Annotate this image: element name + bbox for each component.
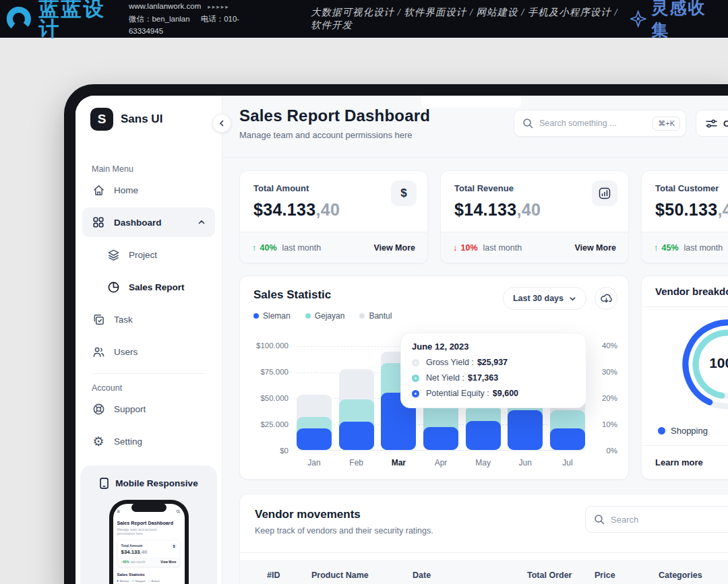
banner-logo-text: 蓝蓝设计 (39, 0, 119, 39)
banner-services: 大数据可视化设计 / 软件界面设计 / 网站建设 / 手机及小程序设计 / 软件… (311, 6, 630, 32)
legend-dot (658, 427, 665, 434)
lanlan-logo: 蓝蓝设计 (0, 0, 119, 39)
phone-chart-legend: Sleman Gejayan Bantul (117, 579, 180, 583)
ring-icon (412, 375, 419, 382)
sidebar-item-label: Task (114, 315, 133, 325)
column-header[interactable]: Product Name (311, 571, 413, 580)
grid-icon (92, 216, 105, 228)
banner-website: www.lanlanwork.com (129, 2, 201, 10)
stat-label: Total Amount (253, 183, 414, 193)
search-icon (594, 514, 605, 525)
account-label: Account (92, 383, 222, 393)
tooltip-row: Net Yield :$17,363 (412, 373, 575, 383)
search-icon (522, 118, 533, 129)
phone-stat-card: Total Amount $34.133,40 $ ↑40% last mont… (117, 540, 180, 567)
chevron-up-icon (198, 218, 206, 226)
download-button[interactable] (595, 287, 617, 310)
table-header-row: #ID Product Name Date Total Order Price … (240, 560, 728, 584)
stat-footer: ↓ 10% last month View More (441, 232, 628, 263)
date-range-dropdown[interactable]: Last 30 days (503, 287, 586, 310)
brand-logo-icon: S (90, 108, 113, 131)
sales-statistic-title: Sales Statistic (253, 288, 331, 302)
arrow-up-icon: ↑ (252, 242, 257, 253)
device-screen: S Sans UI Main Menu Home Dashboard (75, 96, 728, 584)
bar-sleman (550, 428, 585, 450)
x-axis-label: Jul (550, 458, 585, 467)
phone-screen: ≡ Sales Report Dashboard Manage team and… (113, 504, 185, 584)
x-axis-line (297, 450, 585, 451)
page-header: Sales Report Dashboard Manage team and a… (239, 106, 430, 140)
ring-icon (412, 390, 419, 397)
mobile-card-title: Mobile Responsive (115, 478, 198, 488)
stat-card-total-revenue: Total Revenue $14.133,40 ↓ 10% last mont… (440, 170, 629, 263)
search-placeholder: Search something ... (539, 119, 646, 128)
tooltip-row: Gross Yield :$25,937 (412, 358, 575, 367)
promo-banner: 蓝蓝设计 www.lanlanwork.com▸▸▸▸▸ 微信：ben_lanl… (0, 0, 728, 38)
learn-more-link[interactable]: Learn more (655, 457, 703, 467)
phone-page-subtitle: Manage team and account permissions here (117, 527, 161, 536)
stat-label: Total Customer (655, 183, 728, 193)
table-search-input[interactable]: Search (585, 506, 728, 533)
sidebar-item-sales-report[interactable]: Sales Report (75, 271, 222, 303)
search-icon (176, 509, 180, 513)
vendor-breakdown-footer: Learn more (642, 445, 728, 479)
stat-footer: ↑ 45% last month View More (642, 232, 728, 263)
inspiration-collect[interactable]: 灵感收集 (630, 0, 728, 41)
bar-sleman (297, 428, 332, 450)
chevron-left-icon (218, 119, 226, 127)
vendor-breakdown-legend: Shopping (658, 426, 728, 436)
stat-value: $14.133,40 (454, 200, 615, 220)
keyboard-shortcut-badge: ⌘+K (653, 117, 680, 131)
global-search-input[interactable]: Search something ... ⌘+K (514, 110, 686, 137)
collect-label: 灵感收集 (652, 0, 717, 41)
sidebar-item-setting[interactable]: ⚙ Setting (75, 425, 222, 457)
column-header[interactable]: Total Order (527, 571, 595, 580)
bar-chart-icon (592, 181, 617, 206)
y-axis-right: 40%30%20%10%0% (590, 342, 617, 455)
page-subtitle: Manage team and account permissions here (239, 130, 430, 140)
pie-chart-icon (107, 281, 120, 294)
legend-dot (305, 313, 311, 319)
layers-icon (107, 249, 120, 261)
stat-footer: ↑ 40% last month View More (240, 232, 427, 263)
users-icon (92, 346, 105, 358)
column-header[interactable]: Categories (659, 571, 728, 580)
view-more-link[interactable]: View More (574, 243, 616, 253)
sidebar-item-label: Support (114, 404, 146, 414)
bar-group-feb[interactable] (339, 346, 374, 450)
view-more-link[interactable]: View More (373, 243, 415, 253)
bar-sleman (466, 421, 501, 450)
stat-card-total-amount: Total Amount $34.133,40 $ ↑ 40% last mon… (239, 170, 428, 263)
column-header[interactable]: Date (413, 571, 527, 580)
sidebar-collapse-button[interactable] (212, 114, 231, 133)
column-header[interactable]: Price (595, 571, 659, 580)
customize-button[interactable]: Customize (696, 110, 728, 137)
sidebar-item-project[interactable]: Project (75, 238, 222, 271)
main-content: Sales Report Dashboard Manage team and a… (222, 96, 728, 584)
sidebar-item-task[interactable]: Task (75, 303, 222, 335)
bar-group-jan[interactable] (297, 346, 332, 450)
sidebar-item-users[interactable]: Users (75, 335, 222, 368)
customize-label: Customize (723, 119, 728, 129)
column-header[interactable]: #ID (267, 571, 311, 580)
lifebuoy-icon (92, 403, 105, 416)
sidebar-item-label: Setting (114, 436, 142, 447)
arrow-down-icon: ↓ (453, 242, 458, 253)
bar-sleman (508, 410, 543, 450)
vendor-breakdown-title: Vendor breakdown (642, 276, 728, 307)
sparkle-icon (630, 10, 646, 28)
stat-card-total-customer: Total Customer $50.133,40 ↑ 45% last mon… (641, 170, 728, 263)
sidebar-item-dashboard[interactable]: Dashboard (82, 207, 215, 237)
x-axis-label: Jan (297, 458, 332, 467)
tooltip-date: June 12, 2023 (412, 342, 575, 352)
mobile-card-header: Mobile Responsive (80, 478, 217, 489)
stat-value: $50.133,40 (655, 200, 728, 220)
sidebar-item-home[interactable]: Home (75, 174, 222, 206)
sidebar-item-support[interactable]: Support (75, 393, 222, 425)
sidebar-item-label: Dashboard (114, 218, 162, 228)
table-divider (240, 552, 728, 553)
phone-mockup: ≡ Sales Report Dashboard Manage team and… (109, 500, 189, 584)
x-axis-label: Feb (339, 458, 374, 467)
lanlan-logo-icon (5, 5, 34, 33)
legend-dot (359, 313, 365, 319)
